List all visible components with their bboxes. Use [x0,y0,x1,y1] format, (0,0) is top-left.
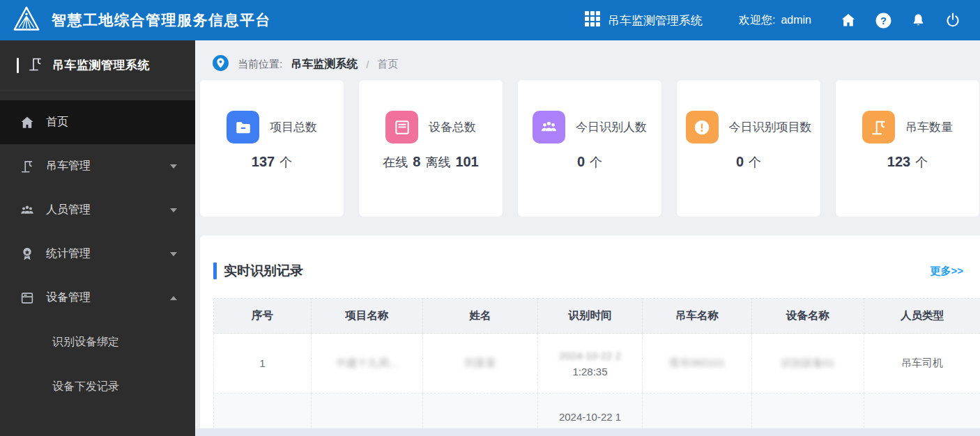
breadcrumb-root: 吊车监测系统 [291,57,358,72]
sidebar-item-statistics-management[interactable]: 统计管理 [0,232,195,276]
cell-device-name: 识别设备01 [752,334,864,394]
cell-person-type: 吊车司机 [864,334,980,394]
stat-card-today-projects: 今日识别项目数 0 个 [677,80,820,217]
app-switcher[interactable]: 吊车监测管理系统 [584,10,703,30]
power-icon[interactable] [935,6,970,34]
welcome-label: 欢迎您: [739,13,775,28]
stat-card-label: 设备总数 [429,119,476,135]
stat-card-devices: 设备总数 在线 8 离线 101 [359,80,503,217]
online-label: 在线 [383,154,408,171]
sidebar-item-crane-management[interactable]: 吊车管理 [0,144,195,188]
col-person-name: 姓名 [423,299,538,334]
cell-project-name: 中建十九局... [312,334,423,394]
sidebar-item-label: 人员管理 [46,203,91,217]
sidebar-item-home[interactable]: 首页 [0,100,195,144]
col-device-name: 设备名称 [752,299,864,334]
offline-label: 离线 [425,154,450,171]
platform-title: 智慧工地综合管理服务信息平台 [52,10,271,30]
chevron-down-icon [170,252,177,256]
stat-value: 0 [577,154,585,170]
sidebar-subitem-label: 设备下发记录 [52,380,119,394]
cell-person-name: 刘某某 [423,334,538,394]
location-pin-icon [212,54,229,74]
stat-card-projects: 项目总数 137 个 [200,80,344,217]
col-project-name: 项目名称 [312,299,423,334]
sidebar-item-label: 设备管理 [46,290,91,305]
chevron-down-icon [170,208,177,212]
help-icon[interactable]: ? [866,6,901,34]
more-link[interactable]: 更多>> [930,265,963,278]
col-person-type: 人员类型 [864,299,980,334]
stat-card-value: 0 个 [736,154,761,171]
stat-unit: 个 [915,154,928,171]
device-icon [20,290,35,306]
sidebar-item-label: 统计管理 [46,247,91,261]
section-title-text: 实时识别记录 [224,262,303,280]
platform-logo-icon [13,6,40,35]
welcome-text: 欢迎您: admin [739,13,811,28]
col-recognition-time: 识别时间 [538,299,643,334]
stat-card-value: 123 个 [887,154,928,171]
sidebar-system-title: 吊车监测管理系统 [0,40,195,91]
alert-icon [686,111,719,143]
cell-crane-name: 塔吊060101 [643,334,752,394]
breadcrumb-separator: / [366,59,369,70]
sidebar-subitem-device-binding[interactable]: 识别设备绑定 [0,320,195,364]
stat-card-value: 在线 8 离线 101 [383,154,479,171]
crane-icon [862,111,895,143]
col-crane-name: 吊车名称 [643,299,752,334]
table-header-row: 序号 项目名称 姓名 识别时间 吊车名称 设备名称 人员类型 [214,299,980,334]
sidebar-item-personnel-management[interactable]: 人员管理 [0,188,195,232]
server-icon [385,111,418,143]
stat-card-label: 吊车数量 [905,119,953,135]
sidebar-subitem-label: 识别设备绑定 [52,335,119,350]
current-system-name: 吊车监测管理系统 [608,13,703,29]
grid-apps-icon [584,10,601,30]
title-accent-bar [213,263,217,279]
breadcrumb: 当前位置: 吊车监测系统 / 首页 [195,40,980,74]
main-content: 当前位置: 吊车监测系统 / 首页 项目总数 137 个 [195,40,980,436]
sidebar-item-label: 吊车管理 [46,159,91,173]
cell-recognition-time: 2024-10-22 2 1:28:35 [538,334,643,394]
stat-card-label: 项目总数 [270,119,317,135]
platform-logo-wrap: 智慧工地综合管理服务信息平台 [0,6,271,35]
stat-unit: 个 [280,154,292,171]
sidebar: 吊车监测管理系统 首页 吊车管理 [0,40,195,436]
svg-text:?: ? [880,15,887,26]
realtime-records-panel: 实时识别记录 更多>> 序号 项目名称 姓名 识别时间 吊车名称 设备名称 人员… [200,235,980,436]
crane-icon [27,56,44,75]
sidebar-item-label: 首页 [46,115,68,130]
stat-value: 123 [887,154,910,170]
bell-icon[interactable] [901,6,935,34]
sidebar-menu: 首页 吊车管理 人员管理 [0,91,195,320]
records-table: 序号 项目名称 姓名 识别时间 吊车名称 设备名称 人员类型 1 中建十九局..… [213,298,980,436]
col-index: 序号 [214,299,312,334]
divider [17,58,19,73]
chevron-down-icon [170,164,177,169]
home-icon[interactable] [831,6,866,34]
table-row: 1 中建十九局... 刘某某 2024-10-22 2 1:28:35 塔吊06… [214,334,980,394]
people-icon [20,203,35,218]
folder-icon [227,111,259,143]
stat-card-value: 137 个 [252,154,292,171]
sidebar-subitem-device-dispatch-records[interactable]: 设备下发记录 [0,364,195,409]
top-header: 智慧工地综合管理服务信息平台 吊车监测管理系统 欢迎您: admin ? [0,0,980,40]
stat-card-label: 今日识别人数 [576,119,647,135]
stat-value: 137 [252,154,275,170]
stat-card-cranes: 吊车数量 123 个 [836,80,979,217]
sidebar-submenu: 识别设备绑定 设备下发记录 [0,320,195,409]
breadcrumb-current: 首页 [377,58,398,71]
chevron-up-icon [170,296,177,300]
people-icon [533,111,565,143]
stat-value: 0 [736,154,744,170]
username: admin [781,14,811,26]
stat-card-value: 0 个 [577,154,602,171]
sidebar-item-device-management[interactable]: 设备管理 [0,276,195,320]
crane-icon [20,159,35,174]
stat-cards-row: 项目总数 137 个 设备总数 在线 8 离线 101 [195,74,980,217]
stat-unit: 个 [749,154,761,171]
cell-index: 1 [214,334,312,394]
home-icon [20,115,35,130]
sidebar-title-text: 吊车监测管理系统 [52,57,150,73]
stat-card-today-people: 今日识别人数 0 个 [518,80,661,217]
